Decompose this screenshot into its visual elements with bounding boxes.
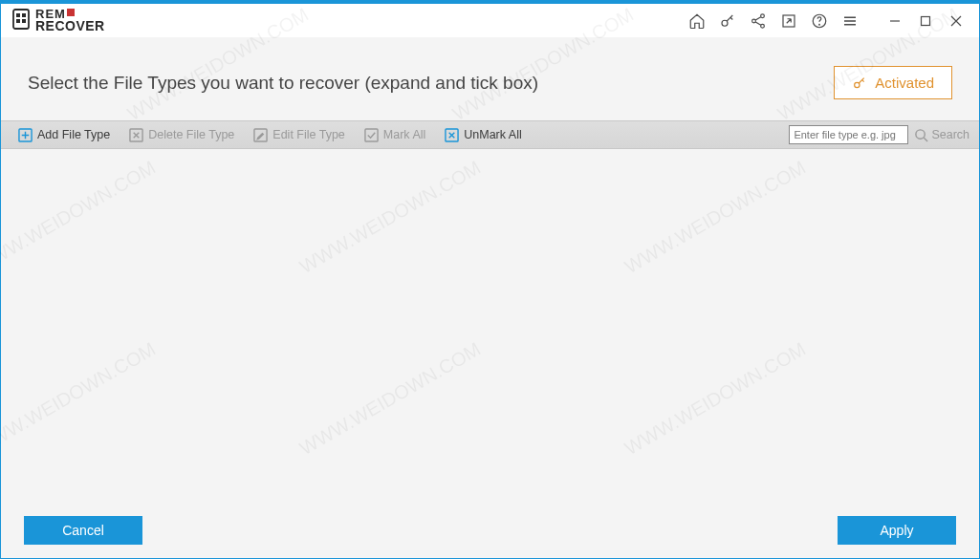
check-box-icon — [364, 128, 379, 142]
export-icon[interactable] — [780, 12, 797, 30]
svg-rect-2 — [22, 13, 26, 17]
key-icon[interactable] — [719, 12, 736, 30]
search-label: Search — [931, 128, 969, 141]
minimize-button[interactable] — [880, 8, 910, 34]
toolbar-label: Add File Type — [37, 128, 110, 141]
pencil-box-icon — [253, 128, 268, 142]
activated-badge: Activated — [834, 66, 952, 99]
watermark: WWW.WEIDOWN.COM — [296, 338, 485, 460]
help-icon[interactable] — [811, 12, 828, 30]
toolbar-label: Delete File Type — [148, 128, 234, 141]
close-button[interactable] — [941, 8, 971, 34]
menu-icon[interactable] — [841, 12, 859, 30]
add-filetype-button[interactable]: Add File Type — [11, 126, 118, 144]
watermark: WWW.WEIDOWN.COM — [296, 157, 485, 278]
toolbar-label: UnMark All — [464, 128, 521, 141]
titlebar: rem RECOVER — [1, 1, 979, 37]
x-box-icon — [445, 128, 459, 142]
filetype-list-area: WWW.WEIDOWN.COM WWW.WEIDOWN.COM WWW.WEID… — [1, 149, 979, 506]
footer: Cancel Apply — [1, 506, 979, 558]
svg-point-5 — [722, 20, 728, 26]
logo-square-icon — [67, 9, 75, 16]
svg-rect-3 — [16, 19, 20, 23]
logo-line2: RECOVER — [35, 20, 105, 32]
filetype-toolbar: Add File Type Delete File Type Edit File… — [1, 120, 979, 149]
activated-label: Activated — [875, 75, 934, 91]
watermark: WWW.WEIDOWN.COM — [0, 338, 160, 460]
watermark: WWW.WEIDOWN.COM — [621, 338, 810, 460]
search-icon — [914, 128, 928, 142]
share-icon[interactable] — [750, 12, 767, 30]
search-box: Search — [789, 125, 969, 144]
plus-box-icon — [18, 128, 33, 142]
mark-all-button: Mark All — [357, 126, 433, 144]
toolbar-label: Edit File Type — [272, 128, 345, 141]
titlebar-controls — [688, 8, 971, 34]
svg-rect-0 — [13, 10, 29, 29]
apply-button[interactable]: Apply — [838, 516, 956, 545]
svg-rect-4 — [22, 19, 26, 23]
delete-filetype-button: Delete File Type — [121, 126, 242, 144]
svg-point-11 — [819, 24, 820, 25]
svg-rect-17 — [365, 128, 378, 140]
edit-filetype-button: Edit File Type — [246, 126, 353, 144]
watermark: WWW.WEIDOWN.COM — [621, 157, 810, 278]
svg-rect-12 — [922, 16, 930, 25]
unmark-all-button[interactable]: UnMark All — [437, 126, 529, 144]
home-icon[interactable] — [688, 12, 706, 30]
svg-rect-1 — [16, 13, 20, 17]
svg-point-19 — [916, 129, 925, 138]
key-icon — [852, 75, 867, 91]
toolbar-label: Mark All — [383, 128, 425, 141]
cancel-button[interactable]: Cancel — [24, 516, 142, 545]
svg-point-7 — [752, 19, 756, 23]
svg-point-6 — [761, 13, 765, 17]
svg-point-8 — [761, 24, 765, 28]
logo-icon — [12, 9, 33, 33]
app-logo: rem RECOVER — [12, 9, 105, 33]
app-window: rem RECOVER — [0, 0, 980, 559]
filetype-search-input[interactable] — [789, 125, 908, 144]
header-section: Select the File Types you want to recove… — [1, 37, 979, 120]
maximize-button[interactable] — [910, 8, 941, 34]
page-title: Select the File Types you want to recove… — [28, 73, 538, 94]
svg-point-13 — [855, 82, 860, 87]
search-button[interactable]: Search — [914, 128, 969, 142]
x-box-icon — [129, 128, 143, 142]
watermark: WWW.WEIDOWN.COM — [0, 157, 160, 278]
